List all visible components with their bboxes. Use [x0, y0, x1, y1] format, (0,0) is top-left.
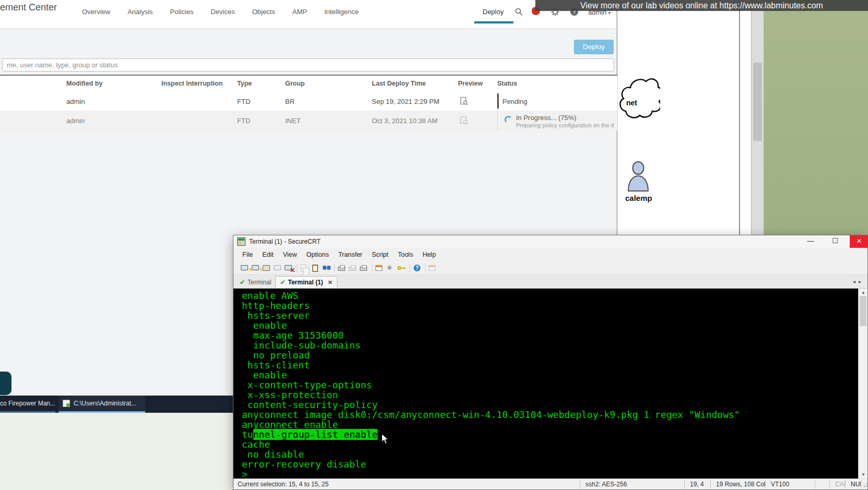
taskbar-item-firepower[interactable]: co Firepower Man... — [0, 396, 55, 413]
scrollbar-thumb[interactable] — [753, 63, 762, 141]
col-last-deploy-time[interactable]: Last Deploy Time — [372, 80, 426, 87]
person-icon — [626, 161, 650, 192]
help-icon[interactable]: ? — [412, 264, 423, 273]
maximize-button[interactable]: ☐ — [826, 235, 844, 248]
search-input[interactable]: me, user name, type, group or status — [2, 58, 614, 71]
session-options-icon[interactable] — [374, 264, 385, 273]
terminal-line: enable AWS — [242, 291, 740, 301]
selected-text: nnel-group-list enable — [253, 429, 378, 440]
copy-icon[interactable] — [299, 264, 310, 273]
col-status[interactable]: Status — [497, 80, 517, 87]
cell-modified-by: admin — [66, 97, 85, 105]
person-label: calemp — [625, 194, 652, 202]
nav-item-analysis[interactable]: Analysis — [127, 8, 153, 16]
terminal-line: anyconnect enable — [242, 420, 740, 429]
toolbar-separator — [425, 264, 426, 272]
status-detail-text: Preparing policy configuration on the d — [516, 122, 614, 128]
menu-help[interactable]: Help — [418, 251, 441, 258]
title-bar[interactable]: Terminal (1) - SecureCRT — ☐ ✕ — [233, 235, 867, 248]
connect-icon[interactable] — [251, 264, 262, 273]
keymap-icon[interactable] — [396, 264, 407, 273]
fmc-main-nav: Overview Analysis Policies Devices Objec… — [82, 8, 359, 16]
clone-session-icon[interactable] — [273, 264, 284, 273]
nav-item-intelligence[interactable]: Intelligence — [324, 8, 359, 16]
status-column-divider — [497, 111, 498, 130]
print-setup-icon[interactable] — [359, 264, 370, 273]
status-bar: Current selection: 15, 4 to 15, 25 ssh2:… — [233, 479, 867, 489]
col-type[interactable]: Type — [237, 80, 252, 87]
quick-connect-icon[interactable] — [240, 264, 251, 273]
paste-icon[interactable] — [310, 264, 321, 273]
minimize-button[interactable]: — — [801, 235, 820, 248]
terminal-line: cache — [242, 439, 740, 449]
nav-item-objects[interactable]: Objects — [252, 8, 275, 16]
global-options-icon[interactable]: ✳ — [385, 264, 396, 273]
terminal-line: x-xss-protection — [242, 390, 740, 400]
terminal-scrollbar[interactable]: ▲ ▼ — [858, 289, 867, 479]
status-num-lock: NUM — [846, 480, 861, 489]
table-row[interactable]: admin FTD INET Oct 3, 2021 10:38 AM In P… — [0, 111, 617, 130]
menu-file[interactable]: File — [238, 251, 257, 258]
search-icon[interactable] — [515, 8, 523, 16]
taskbar: co Firepower Man... C:\Users\Administrat… — [0, 396, 233, 413]
nav-item-policies[interactable]: Policies — [170, 8, 194, 16]
close-button[interactable]: ✕ — [850, 235, 868, 248]
tab-terminal-1[interactable]: ✔ Terminal (1) ✕ — [275, 276, 337, 288]
video-banner: View more of our lab videos online at ht… — [535, 0, 868, 11]
col-group[interactable]: Group — [285, 80, 305, 87]
nav-item-amp[interactable]: AMP — [292, 8, 307, 16]
sessions-folder-icon[interactable] — [262, 264, 273, 273]
status-cursor-position: 19, 4 — [685, 480, 711, 489]
col-modified-by[interactable]: Modified by — [66, 80, 102, 87]
connected-check-icon: ✔ — [240, 279, 245, 286]
nav-item-overview[interactable]: Overview — [82, 8, 110, 16]
deploy-button[interactable]: Deploy — [574, 40, 614, 54]
fmc-header: ement Center Overview Analysis Policies … — [0, 0, 616, 29]
status-selection: Current selection: 15, 4 to 15, 25 — [233, 480, 580, 489]
menu-script[interactable]: Script — [367, 251, 393, 258]
col-inspect-interruption[interactable]: Inspect Interruption — [161, 80, 222, 87]
menu-transfer[interactable]: Transfer — [334, 251, 367, 258]
status-caps-lock: CAP — [830, 480, 846, 489]
scroll-up-icon[interactable]: ▲ — [859, 290, 867, 295]
toolbar-separator — [297, 264, 297, 272]
screen: ement Center Overview Analysis Policies … — [0, 0, 868, 490]
taskbar-item-notepad[interactable]: C:\Users\Administrat... — [58, 396, 145, 413]
cell-last-deploy: Oct 3, 2021 10:38 AM — [372, 117, 438, 125]
nav-item-devices[interactable]: Devices — [210, 8, 234, 16]
tab-scroll-arrows-icon[interactable]: ◂▸ — [853, 279, 864, 284]
menu-tools[interactable]: Tools — [393, 251, 418, 258]
print-icon[interactable] — [337, 264, 348, 273]
status-screen-size: 19 Rows, 108 Cols — [711, 480, 766, 489]
terminal-screen[interactable]: enable AWS http-headers hsts-server enab… — [233, 289, 867, 479]
col-preview[interactable]: Preview — [458, 80, 483, 87]
nav-item-deploy[interactable]: Deploy — [483, 8, 503, 16]
properties-icon[interactable] — [428, 264, 439, 273]
terminal-line: no preload — [242, 350, 740, 360]
print-preview-icon[interactable] — [348, 264, 359, 273]
tab-close-icon[interactable]: ✕ — [328, 279, 333, 286]
menu-edit[interactable]: Edit — [257, 251, 278, 258]
scroll-down-icon[interactable]: ▼ — [859, 472, 867, 477]
preview-icon[interactable] — [460, 116, 468, 125]
cell-last-deploy: Sep 19, 2021 2:29 PM — [372, 97, 439, 105]
terminal-line: enable — [242, 370, 740, 380]
menu-options[interactable]: Options — [302, 251, 334, 258]
background-window-area — [0, 413, 233, 490]
table-row[interactable]: admin FTD BR Sep 19, 2021 2:29 PM Pendin… — [0, 91, 617, 111]
terminal-line: include-sub-domains — [242, 340, 740, 350]
tab-label: Terminal (1) — [288, 279, 323, 286]
notepad-icon — [63, 400, 70, 407]
fmc-logo: ement Center — [0, 2, 57, 13]
taskbar-item-label: co Firepower Man... — [0, 400, 55, 407]
tab-bar: ✔ Terminal ✔ Terminal (1) ✕ ◂▸ — [233, 275, 867, 289]
scrollbar-thumb[interactable] — [860, 296, 866, 326]
menu-view[interactable]: View — [278, 251, 302, 258]
find-icon[interactable] — [321, 264, 332, 273]
tab-terminal[interactable]: ✔ Terminal — [236, 276, 275, 288]
terminal-line: hsts-client — [242, 360, 740, 370]
mouse-cursor-icon — [381, 433, 390, 445]
resize-grip[interactable] — [862, 481, 867, 487]
disconnect-icon[interactable]: ✕ — [284, 264, 295, 273]
preview-icon[interactable] — [460, 97, 468, 105]
